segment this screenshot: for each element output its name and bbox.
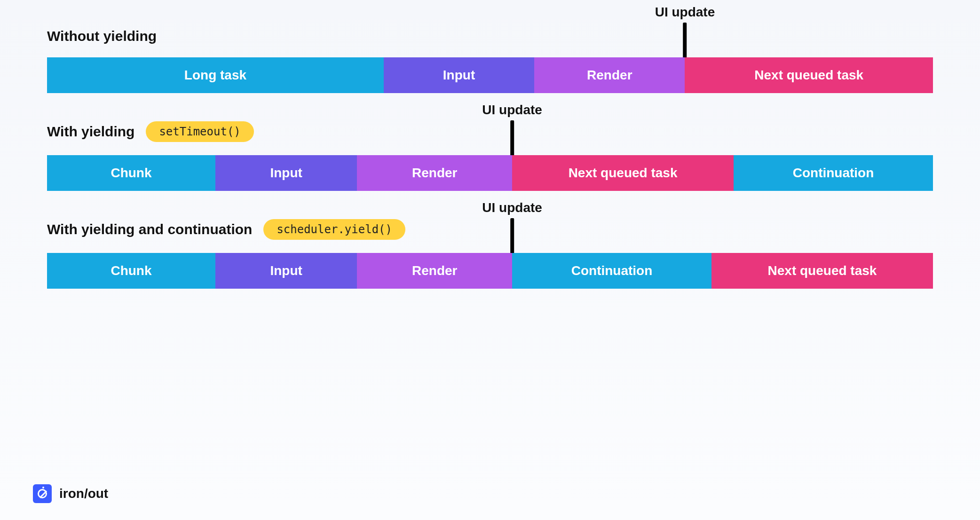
- timeline-segment: Input: [215, 253, 357, 289]
- timeline-segment: Long task: [47, 57, 384, 93]
- ui-update-label: UI update: [482, 200, 542, 215]
- timeline-segment: Render: [357, 155, 512, 191]
- brand-logo-icon: [33, 484, 52, 503]
- timeline-bar-wrapper: UI updateChunkInputRenderNext queued tas…: [47, 155, 933, 191]
- timeline-segment: Render: [534, 57, 685, 93]
- timeline-segment: Continuation: [512, 253, 711, 289]
- timeline-section: Without yieldingUI updateLong taskInputR…: [47, 28, 933, 93]
- timeline-segment: Render: [357, 253, 512, 289]
- code-pill: scheduler.yield(): [263, 219, 405, 240]
- timeline-segment: Chunk: [47, 253, 215, 289]
- diagram-root: Without yieldingUI updateLong taskInputR…: [47, 28, 933, 289]
- timeline-segment: Chunk: [47, 155, 215, 191]
- timeline-segment: Next queued task: [512, 155, 734, 191]
- timeline-bar-wrapper: UI updateLong taskInputRenderNext queued…: [47, 57, 933, 93]
- section-title: With yielding: [47, 124, 134, 140]
- timeline-segment: Input: [384, 57, 534, 93]
- brand-name: iron/out: [59, 486, 108, 501]
- timeline-bar: ChunkInputRenderNext queued taskContinua…: [47, 155, 933, 191]
- timeline-section: With yielding and continuationscheduler.…: [47, 219, 933, 289]
- timeline-bar: ChunkInputRenderContinuationNext queued …: [47, 253, 933, 289]
- brand-attribution: iron/out: [33, 484, 108, 503]
- section-header: Without yielding: [47, 28, 933, 44]
- timeline-section: With yieldingsetTimeout()UI updateChunkI…: [47, 121, 933, 191]
- ui-update-label: UI update: [655, 5, 715, 20]
- timeline-segment: Input: [215, 155, 357, 191]
- section-title: Without yielding: [47, 28, 157, 44]
- timeline-bar-wrapper: UI updateChunkInputRenderContinuationNex…: [47, 253, 933, 289]
- timeline-segment: Next queued task: [685, 57, 933, 93]
- timeline-segment: Next queued task: [711, 253, 933, 289]
- code-pill: setTimeout(): [146, 121, 253, 142]
- timeline-bar: Long taskInputRenderNext queued task: [47, 57, 933, 93]
- ui-update-label: UI update: [482, 102, 542, 118]
- timeline-segment: Continuation: [734, 155, 933, 191]
- section-title: With yielding and continuation: [47, 221, 252, 237]
